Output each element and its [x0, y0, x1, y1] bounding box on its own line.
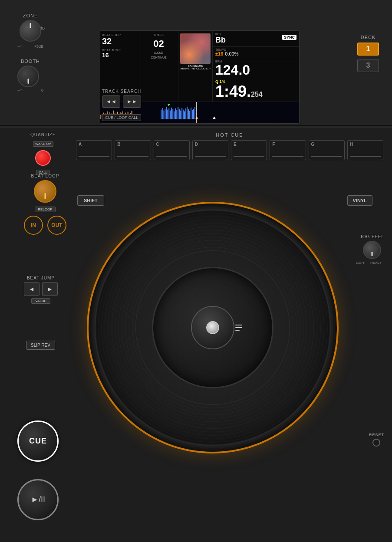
svg-rect-54	[193, 109, 194, 119]
quantize-red-button[interactable]	[35, 150, 51, 166]
reset-section: RESET	[369, 433, 384, 447]
jog-center-dot	[206, 321, 219, 334]
in-button[interactable]: IN	[24, 216, 43, 235]
cue-loop-call-button[interactable]: CUE / LOOP CALL	[102, 114, 141, 121]
zone-area: ZONE 0dB −∞ +5dB	[17, 13, 43, 49]
hot-cue-btn-g[interactable]: G	[309, 140, 345, 160]
jog-feel-label: JOG FEEL	[360, 234, 384, 239]
track-search-label: TRACK SEARCH	[102, 89, 141, 94]
wakeup-badge: WAKE UP	[33, 141, 53, 147]
beat-loop-display-label: BEAT LOOP	[102, 33, 137, 36]
svg-rect-48	[185, 108, 186, 119]
svg-rect-46	[183, 110, 184, 119]
slip-rev-button[interactable]: SLIP REV	[26, 341, 55, 350]
hot-cue-btn-d[interactable]: D	[192, 140, 228, 160]
value-badge[interactable]: VALUE	[31, 298, 50, 304]
deck-button-3[interactable]: 3	[357, 59, 379, 72]
svg-rect-51	[189, 111, 190, 119]
play-pause-icon: ►/II	[31, 495, 45, 504]
booth-min-label: −∞	[17, 88, 23, 92]
booth-label: BOOTH	[17, 59, 43, 64]
svg-rect-30	[162, 108, 163, 119]
hot-cue-btn-h[interactable]: H	[347, 140, 383, 160]
deck-area: DECK 1 3	[357, 35, 379, 76]
svg-marker-3	[213, 116, 216, 119]
tempo-label: TEMPO	[215, 48, 296, 51]
jog-wheel[interactable]	[87, 202, 339, 453]
svg-rect-40	[175, 108, 176, 119]
svg-rect-50	[188, 109, 189, 119]
tempo-percent: 0.00%	[225, 51, 238, 56]
zone-min-label: −∞	[17, 44, 23, 49]
continue-label: CONTINUE	[151, 56, 167, 59]
beat-loop-section: BEAT LOOP RELOOP IN OUT	[24, 174, 66, 235]
jog-feel-heavy-label: HEAVY	[370, 261, 382, 265]
zone-knob[interactable]	[20, 20, 41, 42]
beat-loop-knob[interactable]	[34, 180, 56, 203]
beat-loop-display-value: 32	[102, 36, 137, 46]
svg-rect-36	[170, 111, 171, 119]
display-screen: BEAT LOOP 32 BEAT JUMP 16 TRACK 02 A.CUE	[100, 30, 300, 124]
top-section: ZONE 0dB −∞ +5dB BOOTH −∞ 0	[0, 0, 392, 126]
svg-rect-33	[166, 107, 167, 119]
time-display: 1:49.254	[215, 84, 296, 99]
beat-jump-display-value: 16	[102, 52, 137, 59]
beat-jump-display-label: BEAT JUMP	[102, 49, 137, 52]
svg-rect-35	[168, 108, 169, 119]
quantize-section: QUANTIZE WAKE UP CALL	[30, 132, 56, 175]
beat-jump-section: BEAT JUMP ◄ ► VALUE	[24, 276, 58, 304]
reloop-badge[interactable]: RELOOP	[35, 207, 55, 212]
bpm-value: 124.0	[215, 63, 296, 77]
deck-button-1[interactable]: 1	[357, 43, 379, 56]
svg-rect-53	[192, 110, 193, 119]
hot-cue-btn-a[interactable]: A	[76, 140, 112, 160]
hot-cue-btn-b[interactable]: B	[115, 140, 151, 160]
beat-jump-prev-button[interactable]: ◄	[24, 282, 40, 296]
jog-lines	[235, 325, 242, 331]
time-ms: 254	[251, 91, 263, 98]
vinyl-button[interactable]: VINYL	[347, 195, 372, 206]
hot-cue-buttons: A B C D E	[76, 140, 383, 160]
beat-loop-label: BEAT LOOP	[24, 174, 66, 178]
cue-button-label: CUE	[29, 437, 47, 446]
play-pause-button[interactable]: ►/II	[17, 479, 59, 520]
track-label: TRACK	[154, 33, 164, 36]
svg-rect-41	[176, 110, 177, 119]
svg-rect-43	[179, 109, 180, 119]
screen-middle: TRACK 02 A.CUE CONTINUE	[139, 31, 178, 102]
jog-feel-knob[interactable]	[363, 241, 381, 259]
hot-cue-btn-c[interactable]: C	[154, 140, 190, 160]
main-controls: QUANTIZE WAKE UP CALL HOT CUE A B C	[0, 128, 392, 542]
beat-jump-next-button[interactable]: ►	[42, 282, 58, 296]
key-value: Bb	[215, 36, 279, 45]
svg-rect-38	[172, 109, 173, 119]
search-prev-button[interactable]: ◄◄	[102, 95, 120, 108]
reset-button[interactable]	[372, 439, 380, 447]
svg-rect-42	[178, 107, 178, 119]
svg-rect-47	[184, 112, 185, 119]
svg-marker-1	[167, 104, 170, 106]
out-button[interactable]: OUT	[47, 216, 66, 235]
acue-label: A.CUE	[154, 51, 163, 54]
deck-label: DECK	[357, 35, 379, 40]
screen-right: KEY Bb SYNC TEMPO ±16 0.00%	[213, 31, 299, 102]
jog-feel-section: JOG FEEL LIGHT HEAVY	[360, 234, 384, 265]
svg-rect-29	[161, 110, 161, 119]
zone-plus-label: +5dB	[34, 44, 43, 49]
key-label: KEY	[215, 33, 279, 36]
booth-zero-label: 0	[41, 88, 43, 92]
booth-knob[interactable]	[17, 66, 39, 87]
jog-center	[191, 306, 234, 349]
album-art	[180, 33, 211, 64]
cue-button[interactable]: CUE	[17, 420, 59, 462]
sync-badge: SYNC	[282, 35, 296, 40]
svg-rect-45	[181, 108, 182, 119]
time-main: 1:49.	[215, 84, 251, 99]
svg-rect-49	[187, 107, 188, 119]
hot-cue-btn-e[interactable]: E	[231, 140, 267, 160]
search-next-button[interactable]: ►►	[123, 95, 141, 108]
svg-rect-44	[180, 111, 181, 119]
reset-label: RESET	[369, 433, 384, 437]
svg-rect-31	[163, 111, 164, 119]
hot-cue-btn-f[interactable]: F	[270, 140, 306, 160]
